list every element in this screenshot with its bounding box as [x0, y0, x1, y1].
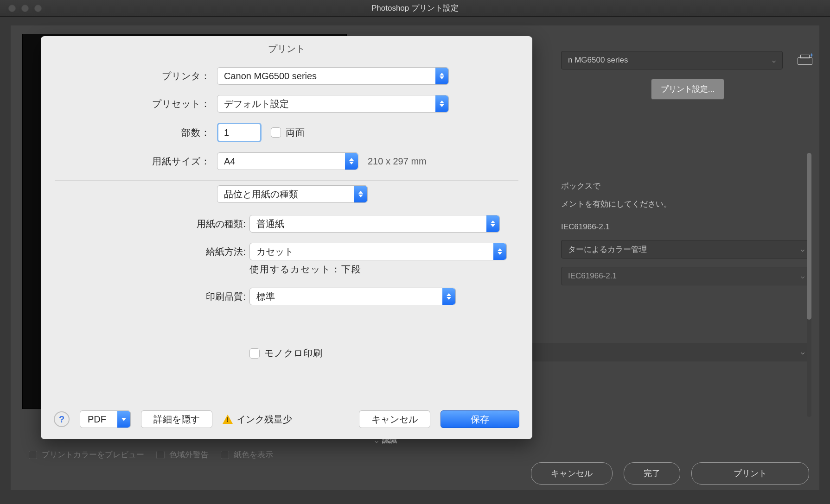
profile-text: IEC61966-2.1: [561, 222, 811, 232]
checkbox-label: 紙色を表示: [234, 449, 273, 460]
chevron-down-icon: ⌵: [801, 246, 804, 253]
help-icon[interactable]: ?: [54, 411, 70, 427]
print-dialog: プリント プリンタ： Canon MG6500 series プリセット： デフ…: [41, 36, 532, 439]
preview-options: プリントカラーをプレビュー 色域外警告 紙色を表示: [29, 449, 273, 460]
info-text: メントを有効にしてください。: [561, 199, 811, 209]
checkbox-label: 色域外警告: [169, 449, 209, 460]
window-title: Photoshop プリント設定: [371, 3, 459, 13]
printer-name-fragment: n MG6500 series: [568, 56, 628, 65]
color-handling-select[interactable]: ターによるカラー管理 ⌵: [561, 240, 811, 258]
quality-select[interactable]: 標準: [249, 288, 456, 305]
stepper-icon: [486, 215, 499, 232]
dialog-title: プリント: [41, 36, 532, 63]
done-button[interactable]: 完了: [624, 462, 680, 485]
scrollbar-thumb[interactable]: [807, 153, 811, 320]
checkbox[interactable]: [156, 451, 165, 459]
hide-details-button[interactable]: 詳細を隠す: [141, 410, 212, 428]
duplex-checkbox[interactable]: [271, 127, 281, 138]
print-settings-button[interactable]: プリント設定...: [651, 79, 724, 100]
monochrome-label: モノクロ印刷: [264, 347, 323, 359]
paper-dimensions: 210 x 297 mm: [368, 156, 427, 167]
monochrome-checkbox[interactable]: [249, 348, 260, 359]
stepper-icon: [493, 243, 506, 260]
copies-label: 部数：: [41, 126, 217, 139]
printer-select[interactable]: Canon MG6500 series: [217, 67, 449, 85]
stepper-icon: [435, 95, 448, 112]
zoom-window-icon[interactable]: [34, 5, 42, 12]
printer-setup-icon[interactable]: +: [798, 55, 811, 66]
save-button[interactable]: 保存: [441, 410, 519, 428]
checkbox[interactable]: [29, 451, 37, 459]
pdf-dropdown[interactable]: PDF: [80, 410, 131, 428]
checkbox[interactable]: [221, 451, 229, 459]
feed-label: 給紙方法:: [41, 246, 249, 258]
stepper-icon: [354, 186, 367, 202]
section-select[interactable]: 品位と用紙の種類: [217, 185, 368, 203]
preset-label: プリセット：: [41, 98, 217, 110]
dialog-footer: ? PDF 詳細を隠す インク残量少 キャンセル 保存: [41, 399, 532, 439]
cancel-button[interactable]: キャンセル: [531, 462, 613, 485]
stepper-icon: [435, 68, 448, 84]
preset-select[interactable]: デフォルト設定: [217, 95, 449, 113]
photoshop-dialog-buttons: キャンセル 完了 プリント: [531, 462, 809, 485]
minimize-window-icon[interactable]: [21, 5, 29, 12]
printer-label: プリンタ：: [41, 70, 217, 82]
stepper-icon: [442, 288, 455, 305]
paper-type-label: 用紙の種類:: [41, 218, 249, 230]
stepper-icon: [345, 153, 358, 170]
cassette-note: 使用するカセット：下段: [249, 263, 362, 276]
copies-input[interactable]: [217, 123, 262, 142]
scrollbar-track[interactable]: [807, 153, 811, 417]
chevron-down-icon: [117, 411, 130, 428]
low-ink-warning: インク残量少: [223, 413, 292, 426]
quality-label: 印刷品質:: [41, 290, 249, 303]
feed-select[interactable]: カセット: [249, 243, 507, 260]
close-window-icon[interactable]: [8, 5, 16, 12]
checkbox-label: プリントカラーをプレビュー: [42, 449, 144, 460]
traffic-lights: [8, 5, 42, 12]
warning-icon: [223, 415, 233, 424]
chevron-down-icon: ⌵: [801, 272, 804, 280]
info-text: ボックスで: [561, 181, 811, 191]
paper-size-select[interactable]: A4: [217, 152, 358, 170]
chevron-down-icon: ⌵: [772, 57, 776, 64]
divider: [55, 180, 518, 181]
printer-select-background[interactable]: n MG6500 series ⌵: [561, 51, 783, 69]
printer-profile-select: IEC61966-2.1 ⌵: [561, 267, 811, 285]
photoshop-print-panel: n MG6500 series ⌵ + プリント設定... ボックスで メントを…: [561, 51, 811, 100]
duplex-label: 両面: [286, 126, 305, 139]
print-button[interactable]: プリント: [691, 462, 809, 485]
paper-size-label: 用紙サイズ：: [41, 155, 217, 168]
paper-type-select[interactable]: 普通紙: [249, 215, 500, 233]
window-titlebar: Photoshop プリント設定: [0, 0, 830, 17]
cancel-button[interactable]: キャンセル: [359, 410, 430, 428]
